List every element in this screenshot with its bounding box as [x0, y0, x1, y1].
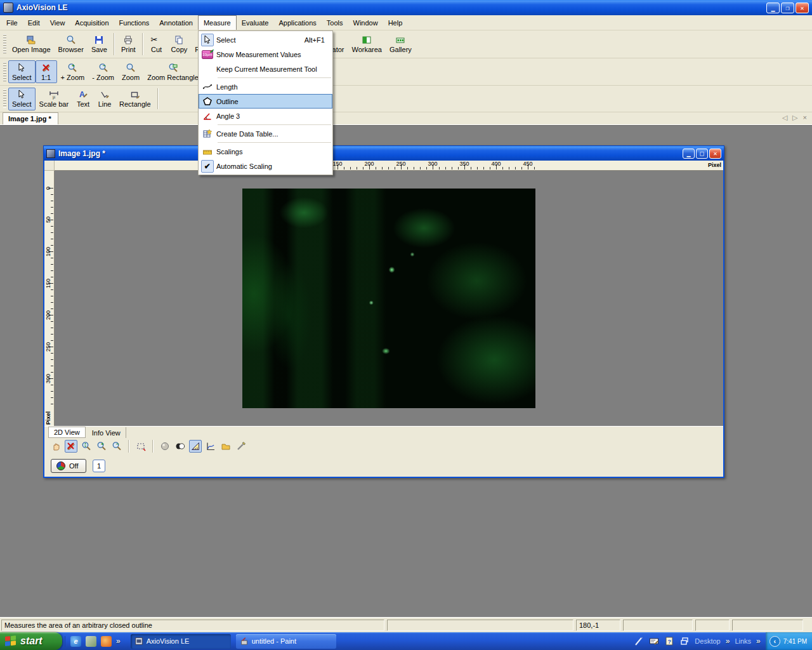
doc-zoom-in-button[interactable]: +: [95, 440, 108, 453]
sphere-view-button[interactable]: [159, 440, 171, 453]
stylus-icon[interactable]: [634, 636, 644, 646]
doc-zoom-out-button[interactable]: −: [110, 440, 123, 453]
selection-rectangle-button[interactable]: [134, 440, 147, 453]
taskbar-button-axiovision[interactable]: AxioVision LE: [131, 634, 231, 649]
channel-off-button[interactable]: Off: [51, 459, 86, 473]
help-icon[interactable]: [664, 636, 674, 646]
desktop-chevron[interactable]: »: [726, 637, 730, 646]
doc-minimize-button[interactable]: ▁: [683, 149, 695, 159]
menu-item-automatic-scaling[interactable]: ✔ Automatic Scaling: [199, 159, 332, 173]
browser-button[interactable]: Browser: [55, 32, 88, 56]
tab-prev-button[interactable]: ◁: [782, 114, 787, 122]
restore-window-icon[interactable]: [679, 636, 690, 646]
save-button[interactable]: Save: [88, 32, 111, 56]
ruler-label: 250: [45, 339, 51, 354]
menu-item-length[interactable]: Length: [199, 79, 332, 94]
workarea-button[interactable]: Workarea: [348, 32, 386, 56]
tablet-input-icon[interactable]: [649, 636, 659, 646]
close-button[interactable]: ✕: [796, 3, 809, 13]
messenger-icon[interactable]: [86, 636, 96, 647]
toolbar-grip[interactable]: [3, 62, 6, 81]
copy-button[interactable]: Copy: [167, 32, 192, 56]
windows-logo-icon: [5, 635, 16, 647]
line-tool-button[interactable]: Line: [94, 88, 115, 110]
start-button[interactable]: start: [0, 632, 62, 650]
toolbar-separator: [142, 33, 143, 55]
tab-info-view[interactable]: Info View: [87, 427, 126, 438]
doc-maximize-button[interactable]: □: [696, 149, 708, 159]
clock[interactable]: 7:41 PM: [783, 638, 807, 645]
gallery-folder-button[interactable]: [219, 440, 232, 453]
tab-2d-view[interactable]: 2D View: [48, 427, 86, 438]
toolbar-standard: Open Image Browser Save Print ✂Cut Copy …: [0, 30, 812, 58]
frame-1-button[interactable]: 1: [93, 460, 105, 472]
restore-button[interactable]: ❐: [781, 3, 794, 13]
micrograph-image[interactable]: [242, 189, 535, 408]
gallery-button[interactable]: Gallery: [386, 32, 416, 56]
zoom-select-button[interactable]: Select: [8, 60, 36, 83]
zoom-button[interactable]: Zoom: [118, 60, 143, 83]
menu-item-create-data-table[interactable]: Create Data Table...: [199, 126, 332, 141]
quick-launch-chevron[interactable]: »: [116, 637, 121, 646]
pan-hand-button[interactable]: [49, 440, 62, 453]
doc-one-to-one-button[interactable]: [65, 440, 77, 453]
status-panel: [732, 620, 803, 631]
menu-evaluate[interactable]: Evaluate: [237, 15, 274, 30]
selection-rectangle-icon: [135, 441, 147, 451]
tab-next-button[interactable]: ▷: [792, 114, 797, 122]
firefox-icon[interactable]: [101, 636, 112, 647]
histogram-button[interactable]: [204, 440, 217, 453]
menu-annotation[interactable]: Annotation: [154, 15, 198, 30]
document-tab[interactable]: Image 1.jpg *: [3, 112, 58, 124]
app-title: AxioVision LE: [16, 3, 67, 12]
tab-close-button[interactable]: ×: [803, 114, 807, 122]
language-bar-icon[interactable]: ‹: [769, 636, 780, 647]
menu-measure[interactable]: Measure Select Alt+F1 10µm✔ Show Measure…: [198, 15, 237, 30]
doc-close-button[interactable]: ✕: [709, 149, 721, 159]
menu-applications[interactable]: Applications: [273, 15, 321, 30]
links-toolbar-label[interactable]: Links: [735, 637, 751, 645]
scale-bar-button[interactable]: Scale bar: [36, 88, 72, 110]
print-button[interactable]: Print: [117, 32, 140, 56]
menu-edit[interactable]: Edit: [23, 15, 45, 30]
one-to-one-button[interactable]: 1:1: [36, 60, 57, 83]
menu-functions[interactable]: Functions: [114, 15, 155, 30]
internet-explorer-icon[interactable]: e: [70, 636, 81, 647]
menu-item-select[interactable]: Select Alt+F1: [199, 32, 332, 47]
zoom-out-button[interactable]: −- Zoom: [88, 60, 118, 83]
menu-item-angle3[interactable]: Angle 3: [199, 109, 332, 123]
menu-help[interactable]: Help: [383, 15, 408, 30]
measure-overlay-button[interactable]: [189, 440, 202, 453]
dropper-button[interactable]: [235, 440, 247, 453]
canvas-area: 0 50 100 150 200 250 300 350 400 450 Pix…: [44, 161, 723, 426]
menu-window[interactable]: Window: [348, 15, 383, 30]
menu-acquisition[interactable]: Acquisition: [70, 15, 114, 30]
zoom-in-button[interactable]: ++ Zoom: [57, 60, 89, 83]
contrast-button[interactable]: [174, 440, 187, 453]
zoom-rectangle-button[interactable]: Zoom Rectangle: [143, 60, 202, 83]
ruler-label: 400: [488, 161, 504, 167]
measure-dropdown-menu: Select Alt+F1 10µm✔ Show Measurement Val…: [198, 30, 333, 175]
cut-button[interactable]: ✂Cut: [146, 32, 167, 56]
annotation-select-button[interactable]: Select: [8, 88, 36, 110]
menu-view[interactable]: View: [45, 15, 70, 30]
open-image-button[interactable]: Open Image: [8, 32, 55, 56]
document-titlebar[interactable]: Image 1.jpg * ▁ □ ✕: [43, 145, 724, 161]
toolbar-grip[interactable]: [3, 34, 6, 53]
menu-tools[interactable]: Tools: [322, 15, 348, 30]
zoom-fit-button[interactable]: [80, 440, 93, 453]
text-tool-button[interactable]: Text: [72, 88, 94, 110]
rectangle-tool-button[interactable]: Rectangle: [115, 88, 155, 110]
links-chevron[interactable]: »: [756, 637, 761, 646]
menu-item-show-measurement-values[interactable]: 10µm✔ Show Measurement Values: [199, 47, 332, 62]
desktop-toolbar-label[interactable]: Desktop: [695, 637, 720, 645]
menu-file[interactable]: File: [1, 15, 23, 30]
taskbar-button-paint[interactable]: untitled - Paint: [236, 634, 336, 649]
image-canvas[interactable]: [55, 171, 723, 426]
minimize-button[interactable]: ▁: [766, 3, 780, 13]
menu-item-keep-current-tool[interactable]: Keep Current Measurement Tool: [199, 62, 332, 76]
menu-item-outline[interactable]: Outline: [199, 94, 332, 109]
menu-item-label: Length: [216, 83, 325, 91]
toolbar-grip[interactable]: [3, 90, 6, 108]
menu-item-scalings[interactable]: Scalings: [199, 144, 332, 159]
